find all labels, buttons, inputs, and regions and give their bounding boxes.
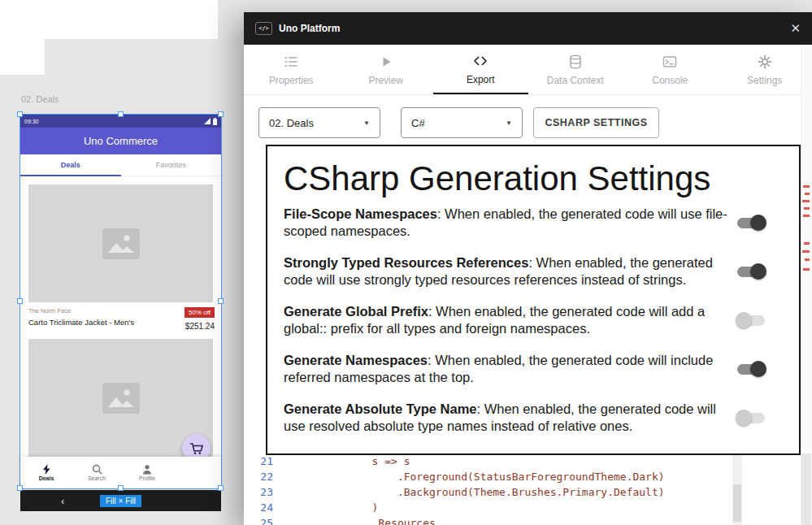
status-icons — [204, 118, 217, 125]
setting-text: Strongly Typed Resources References: Whe… — [284, 254, 736, 289]
search-icon — [92, 464, 102, 475]
setting-row-generate-absolute-type-name: Generate Absolute Type Name: When enable… — [284, 393, 783, 442]
tab-settings[interactable]: Settings — [718, 45, 812, 94]
product-image-placeholder — [28, 184, 213, 302]
setting-row-generate-namespaces: Generate Namespaces: When enabled, the g… — [284, 345, 783, 393]
android-nav-bar: ‹ Fill × Fill — [20, 490, 221, 511]
nav-item-deals[interactable]: Deals — [32, 464, 61, 481]
code-badge-icon: </> — [255, 22, 272, 35]
product-info: The North Face Carto Triclimate Jacket -… — [20, 302, 221, 339]
nav-item-profile[interactable]: Profile — [132, 464, 162, 481]
language-select[interactable]: C# ▼ — [401, 107, 523, 138]
setting-text: Generate Absolute Type Name: When enable… — [284, 401, 736, 435]
panel-title: Uno Platform — [279, 23, 340, 34]
setting-row-strongly-typed-resources: Strongly Typed Resources References: Whe… — [284, 247, 783, 296]
minimap-mark — [805, 193, 810, 195]
frame-label[interactable]: 02. Deals — [21, 94, 59, 104]
toggle-thumb — [736, 312, 752, 328]
selection-handle[interactable] — [218, 485, 224, 491]
chevron-down-icon: ▼ — [349, 119, 370, 127]
panel-title-bar: </> Uno Platform ✕ — [244, 12, 812, 45]
minimap-mark — [804, 207, 810, 210]
gear-icon — [757, 54, 773, 70]
code-line: 25 Resources — [254, 515, 665, 525]
modal-title: CSharp Generation Settings — [284, 159, 783, 198]
profile-icon — [142, 464, 152, 475]
overview-ruler[interactable] — [801, 45, 812, 525]
nav-item-search[interactable]: Search — [82, 464, 111, 481]
canvas-artboard-partial — [0, 0, 45, 75]
play-icon — [378, 54, 394, 70]
toggle-strongly-typed-resources[interactable] — [736, 263, 766, 280]
frame-size-badge: Fill × Fill — [100, 495, 141, 507]
minimap-thumb[interactable] — [801, 453, 811, 525]
cart-icon — [189, 442, 203, 455]
database-icon — [567, 54, 584, 70]
scrollbar-thumb[interactable] — [733, 484, 741, 522]
tab-export[interactable]: Export — [433, 45, 528, 94]
setting-text: Generate Global Prefix: When enabled, th… — [284, 303, 736, 337]
editor-scrollbar[interactable] — [732, 453, 742, 525]
code-line: 23 .Background(Theme.Brushes.Primary.Def… — [254, 484, 665, 500]
minimap-mark — [803, 268, 810, 271]
setting-row-file-scope-namespaces: File-Scope Namespaces: When enabled, the… — [284, 198, 783, 247]
status-time: 09:30 — [24, 119, 39, 124]
minimap-mark — [805, 258, 810, 261]
screen: 02. Deals 09:30 Uno Commerce Deals Favor… — [0, 0, 812, 525]
nav-label: Deals — [39, 475, 54, 481]
selection-handle[interactable] — [17, 298, 23, 304]
panel-tab-bar: Properties Preview Export Data Context C… — [244, 45, 812, 95]
product-price: $251.24 — [185, 322, 215, 331]
phone-tab-deals[interactable]: Deals — [20, 154, 121, 176]
app-title: Uno Commerce — [84, 135, 158, 147]
signal-icon — [204, 118, 211, 124]
screen-select[interactable]: 02. Deals ▼ — [258, 107, 380, 138]
minimap-mark — [803, 185, 810, 188]
console-icon — [662, 54, 678, 70]
image-placeholder-icon — [102, 228, 140, 259]
phone-bottom-nav: Deals Search Profile — [20, 457, 221, 488]
chevron-down-icon: ▼ — [491, 119, 512, 127]
setting-text: Generate Namespaces: When enabled, the g… — [284, 352, 736, 386]
toggle-thumb — [750, 215, 766, 231]
minimap-mark — [802, 250, 810, 253]
tab-console[interactable]: Console — [623, 45, 718, 94]
toggle-generate-absolute-type-name[interactable] — [736, 410, 766, 426]
phone-tab-bar: Deals Favorites — [20, 154, 221, 176]
toggle-generate-global-prefix[interactable] — [736, 312, 766, 328]
tab-preview[interactable]: Preview — [339, 45, 434, 94]
selection-handle[interactable] — [118, 111, 124, 117]
tab-data-context[interactable]: Data Context — [528, 45, 623, 94]
selection-handle[interactable] — [118, 485, 124, 491]
selection-handle[interactable] — [218, 298, 224, 304]
code-brackets-icon — [472, 53, 489, 69]
close-icon[interactable]: ✕ — [790, 21, 801, 36]
toggle-thumb — [750, 361, 766, 377]
minimap-mark — [804, 242, 810, 245]
toggle-generate-namespaces[interactable] — [736, 361, 766, 377]
code-editor[interactable]: 21 s => s 22 .Foreground(StatusBarForegr… — [254, 453, 665, 525]
code-line: 24 ) — [254, 500, 665, 515]
phone-app-bar: Uno Commerce — [20, 128, 221, 154]
phone-frame[interactable]: 09:30 Uno Commerce Deals Favorites The N… — [20, 115, 221, 488]
minimap-mark — [802, 200, 810, 202]
tab-properties[interactable]: Properties — [244, 45, 339, 94]
code-line: 22 .Foreground(StatusBarForegroundTheme.… — [254, 469, 665, 484]
minimap-mark — [803, 215, 810, 217]
export-toolbar: 02. Deals ▼ C# ▼ CSHARP SETTINGS — [244, 107, 812, 138]
csharp-settings-button[interactable]: CSHARP SETTINGS — [533, 107, 659, 138]
phone-tab-favorites[interactable]: Favorites — [121, 154, 222, 176]
code-line: 21 s => s — [254, 453, 665, 469]
setting-text: File-Scope Namespaces: When enabled, the… — [284, 206, 736, 240]
nav-label: Search — [88, 475, 106, 481]
selection-handle[interactable] — [17, 485, 23, 491]
deals-bolt-icon — [42, 464, 51, 475]
back-chevron-icon[interactable]: ‹ — [61, 495, 64, 507]
toggle-file-scope-namespaces[interactable] — [736, 215, 766, 231]
selection-handle[interactable] — [17, 111, 23, 117]
toggle-thumb — [750, 263, 766, 280]
selection-handle[interactable] — [218, 111, 224, 117]
image-placeholder-icon — [102, 383, 140, 414]
discount-badge: 50% off — [185, 307, 215, 318]
properties-icon — [283, 54, 299, 70]
